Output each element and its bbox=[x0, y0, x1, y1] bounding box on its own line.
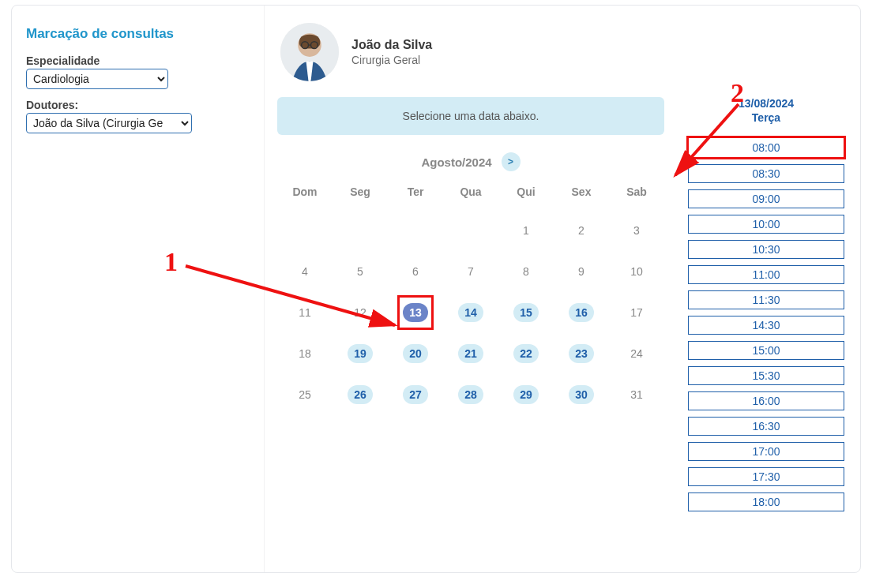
calendar-weekday: Qui bbox=[498, 179, 554, 204]
calendar-day-pill[interactable]: 15 bbox=[513, 303, 539, 322]
time-slot[interactable]: 14:30 bbox=[688, 316, 844, 335]
calendar-day[interactable]: 16 bbox=[554, 298, 609, 328]
doctors-label: Doutores: bbox=[26, 99, 264, 111]
calendar-day: 8 bbox=[498, 257, 554, 287]
avatar bbox=[280, 23, 339, 81]
specialty-select[interactable]: Cardiologia bbox=[26, 69, 168, 89]
calendar-day[interactable]: 14 bbox=[443, 298, 498, 328]
calendar-day: 6 bbox=[388, 257, 443, 287]
calendar-day[interactable]: 19 bbox=[333, 339, 388, 369]
time-slot[interactable]: 08:00 bbox=[688, 137, 844, 158]
calendar-next-button[interactable]: > bbox=[502, 152, 521, 171]
calendar-day bbox=[443, 215, 498, 245]
calendar-day: 9 bbox=[554, 257, 609, 287]
time-slot[interactable]: 08:30 bbox=[688, 164, 844, 183]
sidebar-title: Marcação de consultas bbox=[26, 26, 264, 42]
calendar-day: 18 bbox=[277, 339, 333, 369]
calendar-header: Agosto/2024 > bbox=[277, 152, 664, 171]
calendar-month-label: Agosto/2024 bbox=[421, 155, 491, 169]
calendar-day: 2 bbox=[554, 215, 609, 245]
time-slot[interactable]: 15:30 bbox=[688, 366, 844, 385]
calendar-day[interactable]: 15 bbox=[498, 298, 554, 328]
calendar-weekday: Seg bbox=[333, 179, 388, 204]
selected-date-caption: 13/08/2024 Terça bbox=[688, 97, 844, 125]
time-slot[interactable]: 16:30 bbox=[688, 417, 844, 436]
calendar-weekday: Sab bbox=[609, 179, 664, 204]
time-slot[interactable]: 10:00 bbox=[688, 215, 844, 234]
calendar-day[interactable]: 28 bbox=[443, 380, 498, 410]
calendar-day: 7 bbox=[443, 257, 498, 287]
time-slot[interactable]: 09:00 bbox=[688, 189, 844, 208]
calendar-day-pill[interactable]: 21 bbox=[458, 344, 483, 363]
doctor-select[interactable]: João da Silva (Cirurgia Ge bbox=[26, 113, 192, 133]
calendar-weekday: Sex bbox=[554, 179, 609, 204]
time-slot[interactable]: 18:00 bbox=[688, 492, 844, 511]
calendar-day bbox=[277, 215, 333, 245]
calendar-day: 17 bbox=[609, 298, 664, 328]
calendar-day[interactable]: 23 bbox=[554, 339, 609, 369]
calendar-day[interactable]: 22 bbox=[498, 339, 554, 369]
annotation-day-highlight: 13 bbox=[397, 295, 434, 330]
calendar-day-pill[interactable]: 30 bbox=[569, 385, 594, 404]
calendar-day: 11 bbox=[277, 298, 333, 328]
calendar-day bbox=[333, 215, 388, 245]
calendar-day[interactable]: 21 bbox=[443, 339, 498, 369]
main-panel: João da Silva Cirurgia Geral Selecione u… bbox=[265, 6, 860, 572]
time-slot[interactable]: 17:30 bbox=[688, 467, 844, 486]
calendar-day-pill[interactable]: 28 bbox=[458, 385, 483, 404]
calendar-weekday: Ter bbox=[388, 179, 443, 204]
calendar-day-pill[interactable]: 19 bbox=[348, 344, 373, 363]
specialty-label: Especialidade bbox=[26, 54, 264, 67]
selected-date: 13/08/2024 bbox=[739, 97, 794, 110]
time-slot[interactable]: 15:00 bbox=[688, 341, 844, 360]
sidebar: Marcação de consultas Especialidade Card… bbox=[12, 6, 265, 572]
calendar-day-pill[interactable]: 27 bbox=[403, 385, 428, 404]
time-slot[interactable]: 17:00 bbox=[688, 442, 844, 461]
calendar-day[interactable]: 13 bbox=[388, 298, 443, 328]
calendar-day: 31 bbox=[609, 380, 664, 410]
doctor-name: João da Silva bbox=[351, 38, 432, 52]
calendar-day-pill[interactable]: 23 bbox=[569, 344, 594, 363]
doctor-specialty: Cirurgia Geral bbox=[351, 54, 432, 66]
calendar-day: 3 bbox=[609, 215, 664, 245]
calendar-day: 4 bbox=[277, 257, 333, 287]
time-slot[interactable]: 10:30 bbox=[688, 240, 844, 259]
calendar-day: 24 bbox=[609, 339, 664, 369]
calendar-day[interactable]: 29 bbox=[498, 380, 554, 410]
time-slot[interactable]: 11:30 bbox=[688, 290, 844, 309]
calendar-day-pill[interactable]: 22 bbox=[513, 344, 539, 363]
calendar-day bbox=[388, 215, 443, 245]
calendar-day[interactable]: 30 bbox=[554, 380, 609, 410]
calendar-day-pill[interactable]: 14 bbox=[458, 303, 483, 322]
calendar-day: 5 bbox=[333, 257, 388, 287]
calendar-day-pill[interactable]: 13 bbox=[403, 303, 428, 322]
time-slot[interactable]: 11:00 bbox=[688, 265, 844, 284]
doctor-header: João da Silva Cirurgia Geral bbox=[280, 23, 860, 81]
calendar-day[interactable]: 27 bbox=[388, 380, 443, 410]
info-banner: Selecione uma data abaixo. bbox=[277, 97, 664, 135]
time-slot-list: 08:0008:3009:0010:0010:3011:0011:3014:30… bbox=[688, 137, 844, 511]
calendar-day: 25 bbox=[277, 380, 333, 410]
time-slot[interactable]: 16:00 bbox=[688, 391, 844, 410]
calendar-day-pill[interactable]: 20 bbox=[403, 344, 428, 363]
calendar-weekday: Dom bbox=[277, 179, 333, 204]
calendar-day: 1 bbox=[498, 215, 554, 245]
calendar-body: 1234567891011121314151617181920212223242… bbox=[277, 215, 664, 410]
selected-weekday: Terça bbox=[752, 111, 780, 124]
calendar-day-pill[interactable]: 26 bbox=[348, 385, 373, 404]
calendar-day-pill[interactable]: 29 bbox=[513, 385, 539, 404]
calendar-weekday: Qua bbox=[443, 179, 498, 204]
calendar-day: 10 bbox=[609, 257, 664, 287]
calendar-day-pill[interactable]: 16 bbox=[569, 303, 594, 322]
calendar-day[interactable]: 26 bbox=[333, 380, 388, 410]
calendar-day[interactable]: 20 bbox=[388, 339, 443, 369]
calendar-day: 12 bbox=[333, 298, 388, 328]
calendar-weekday-row: DomSegTerQuaQuiSexSab bbox=[277, 179, 664, 204]
